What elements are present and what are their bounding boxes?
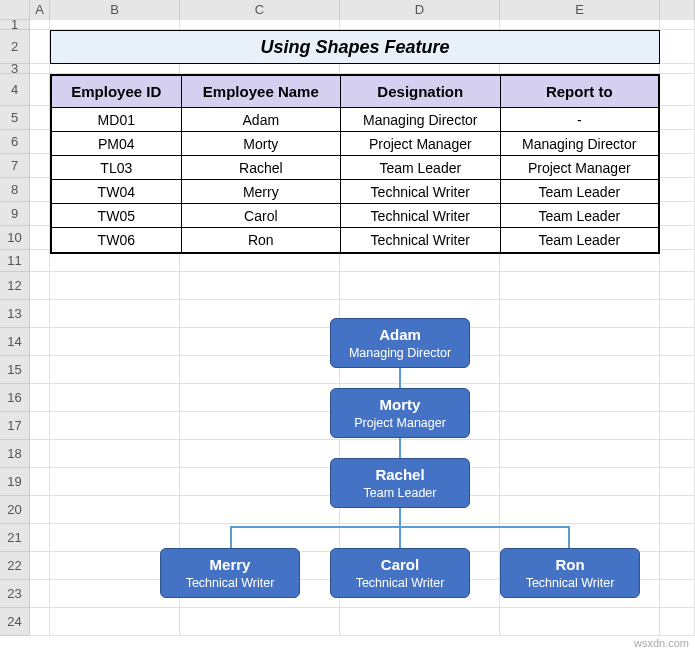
table-row[interactable]: TW05CarolTechnical WriterTeam Leader <box>52 204 658 228</box>
cell-name[interactable]: Merry <box>182 180 341 203</box>
sheet-cell[interactable] <box>30 74 50 106</box>
sheet-cell[interactable] <box>30 178 50 202</box>
org-node[interactable]: Ron Technical Writer <box>500 548 640 598</box>
cell-id[interactable]: TW04 <box>52 180 182 203</box>
sheet-cell[interactable] <box>180 20 340 30</box>
cell-name[interactable]: Morty <box>182 132 341 155</box>
cell-name[interactable]: Ron <box>182 228 341 252</box>
row-header[interactable]: 24 <box>0 608 30 636</box>
sheet-cell[interactable] <box>30 328 50 356</box>
sheet-cell[interactable] <box>50 272 180 300</box>
row-header[interactable]: 17 <box>0 412 30 440</box>
cell-report[interactable]: Team Leader <box>501 204 658 227</box>
cell-desig[interactable]: Managing Director <box>341 108 500 131</box>
cell-name[interactable]: Adam <box>182 108 341 131</box>
row-header[interactable]: 14 <box>0 328 30 356</box>
sheet-cell[interactable] <box>30 468 50 496</box>
row-header[interactable]: 3 <box>0 64 30 74</box>
cell-id[interactable]: TW05 <box>52 204 182 227</box>
org-node[interactable]: Rachel Team Leader <box>330 458 470 508</box>
sheet-cell[interactable] <box>660 202 695 226</box>
cell-desig[interactable]: Technical Writer <box>341 180 500 203</box>
row-header[interactable]: 20 <box>0 496 30 524</box>
sheet-cell[interactable] <box>30 412 50 440</box>
row-header[interactable]: 18 <box>0 440 30 468</box>
cell-id[interactable]: TW06 <box>52 228 182 252</box>
sheet-cell[interactable] <box>340 272 500 300</box>
table-row[interactable]: TW06RonTechnical WriterTeam Leader <box>52 228 658 252</box>
sheet-cell[interactable] <box>660 226 695 250</box>
sheet-cell[interactable] <box>660 64 695 74</box>
sheet-cell[interactable] <box>660 130 695 154</box>
sheet-cell[interactable] <box>30 226 50 250</box>
sheet-cell[interactable] <box>660 20 695 30</box>
col-header-e[interactable]: E <box>500 0 660 20</box>
row-header[interactable]: 21 <box>0 524 30 552</box>
sheet-cell[interactable] <box>30 250 50 272</box>
row-header[interactable]: 13 <box>0 300 30 328</box>
table-row[interactable]: TL03RachelTeam LeaderProject Manager <box>52 156 658 180</box>
row-header[interactable]: 15 <box>0 356 30 384</box>
row-header[interactable]: 12 <box>0 272 30 300</box>
sheet-cell[interactable] <box>660 250 695 272</box>
sheet-cell[interactable] <box>500 272 660 300</box>
row-header[interactable]: 6 <box>0 130 30 154</box>
sheet-cell[interactable] <box>30 384 50 412</box>
cell-desig[interactable]: Technical Writer <box>341 204 500 227</box>
org-node[interactable]: Carol Technical Writer <box>330 548 470 598</box>
sheet-cell[interactable] <box>50 20 180 30</box>
sheet-cell[interactable] <box>500 64 660 74</box>
row-header[interactable]: 23 <box>0 580 30 608</box>
org-node[interactable]: Morty Project Manager <box>330 388 470 438</box>
cell-report[interactable]: Managing Director <box>501 132 658 155</box>
row-header[interactable]: 10 <box>0 226 30 250</box>
table-header-report-to[interactable]: Report to <box>501 76 658 107</box>
row-header[interactable]: 7 <box>0 154 30 178</box>
sheet-cell[interactable] <box>340 64 500 74</box>
sheet-cell[interactable] <box>30 608 50 636</box>
cell-name[interactable]: Rachel <box>182 156 341 179</box>
cell-report[interactable]: - <box>501 108 658 131</box>
sheet-cell[interactable] <box>30 64 50 74</box>
sheet-cell[interactable] <box>30 272 50 300</box>
sheet-cell[interactable] <box>30 552 50 580</box>
cell-report[interactable]: Team Leader <box>501 180 658 203</box>
table-row[interactable]: PM04MortyProject ManagerManaging Directo… <box>52 132 658 156</box>
cell-report[interactable]: Team Leader <box>501 228 658 252</box>
table-row[interactable]: MD01AdamManaging Director- <box>52 108 658 132</box>
cell-id[interactable]: TL03 <box>52 156 182 179</box>
row-header[interactable]: 4 <box>0 74 30 106</box>
sheet-cell[interactable] <box>500 20 660 30</box>
row-header[interactable]: 1 <box>0 20 30 30</box>
sheet-cell[interactable] <box>660 178 695 202</box>
sheet-cell[interactable] <box>180 272 340 300</box>
sheet-cell[interactable] <box>30 356 50 384</box>
col-header-a[interactable]: A <box>30 0 50 20</box>
row-header[interactable]: 16 <box>0 384 30 412</box>
sheet-cell[interactable] <box>30 20 50 30</box>
sheet-cell[interactable] <box>50 64 180 74</box>
sheet-cell[interactable] <box>660 272 695 300</box>
row-header[interactable]: 8 <box>0 178 30 202</box>
org-chart[interactable]: Adam Managing Director Morty Project Man… <box>50 318 680 638</box>
sheet-cell[interactable] <box>660 106 695 130</box>
cell-desig[interactable]: Team Leader <box>341 156 500 179</box>
cell-id[interactable]: MD01 <box>52 108 182 131</box>
cell-id[interactable]: PM04 <box>52 132 182 155</box>
col-header-f[interactable] <box>660 0 695 20</box>
sheet-cell[interactable] <box>180 64 340 74</box>
cell-report[interactable]: Project Manager <box>501 156 658 179</box>
table-header-employee-name[interactable]: Employee Name <box>182 76 341 107</box>
sheet-cell[interactable] <box>340 20 500 30</box>
table-header-designation[interactable]: Designation <box>341 76 500 107</box>
sheet-cell[interactable] <box>30 496 50 524</box>
sheet-cell[interactable] <box>660 30 695 64</box>
sheet-cell[interactable] <box>30 524 50 552</box>
cell-desig[interactable]: Technical Writer <box>341 228 500 252</box>
col-header-b[interactable]: B <box>50 0 180 20</box>
sheet-cell[interactable] <box>30 106 50 130</box>
sheet-cell[interactable] <box>660 154 695 178</box>
row-header[interactable]: 11 <box>0 250 30 272</box>
sheet-cell[interactable] <box>30 300 50 328</box>
col-header-d[interactable]: D <box>340 0 500 20</box>
